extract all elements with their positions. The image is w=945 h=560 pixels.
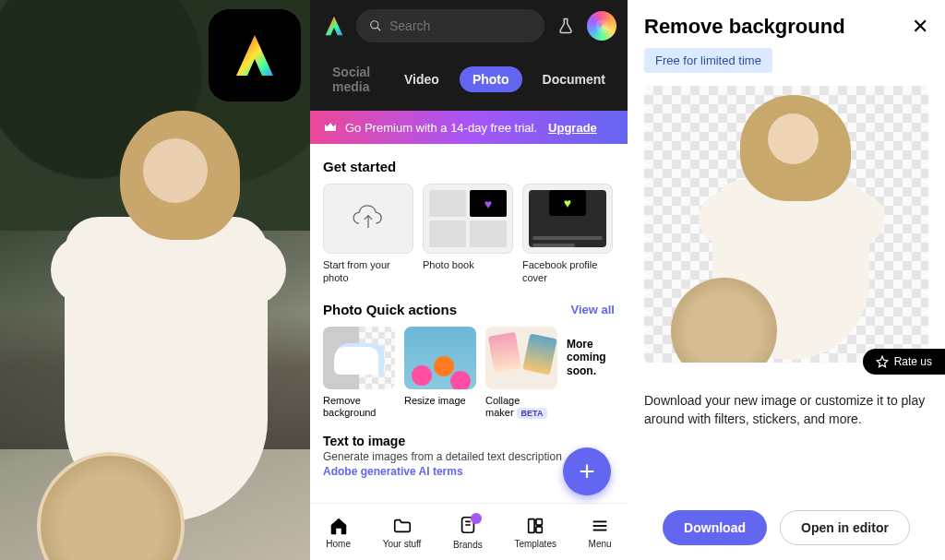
templates-icon	[525, 516, 545, 536]
nav-label: Templates	[514, 539, 556, 549]
card-photo-book[interactable]: ♥ Photo book	[423, 184, 513, 285]
svg-rect-4	[529, 518, 534, 532]
crown-icon	[323, 120, 338, 135]
close-icon: ✕	[912, 15, 928, 38]
source-photo-panel	[0, 0, 310, 560]
rate-us-button[interactable]: Rate us	[863, 349, 945, 375]
view-all-link[interactable]: View all	[571, 303, 615, 316]
page-title: Remove background	[644, 15, 845, 39]
svg-line-1	[377, 28, 381, 31]
search-icon	[369, 18, 382, 33]
tab-social-media[interactable]: Social media	[319, 59, 384, 100]
close-button[interactable]: ✕	[912, 15, 928, 39]
free-badge: Free for limited time	[644, 48, 772, 73]
remove-background-panel: Remove background ✕ Free for limited tim…	[628, 0, 945, 560]
download-button[interactable]: Download	[663, 510, 767, 545]
svg-point-0	[371, 21, 378, 29]
get-started-title: Get started	[323, 159, 615, 174]
qa-label: Resize image	[404, 395, 476, 407]
nav-home[interactable]: Home	[326, 516, 351, 549]
nav-templates[interactable]: Templates	[514, 516, 556, 549]
app-icon	[209, 9, 301, 101]
result-preview	[644, 86, 928, 363]
person-figure	[55, 111, 268, 535]
nav-menu[interactable]: Menu	[589, 516, 612, 549]
rate-label: Rate us	[894, 355, 932, 368]
category-tabs: Social media Video Photo Document	[310, 52, 628, 111]
qa-collage-maker[interactable]: Collage makerBETA	[485, 327, 557, 419]
premium-text: Go Premium with a 14-day free trial.	[345, 121, 537, 135]
menu-icon	[590, 516, 610, 536]
card-label: Start from your photo	[323, 259, 413, 285]
search-field[interactable]	[356, 9, 544, 42]
labs-icon[interactable]	[554, 14, 578, 38]
folder-icon	[392, 516, 413, 536]
app-home-panel: Social media Video Photo Document Go Pre…	[310, 0, 628, 560]
svg-point-2	[595, 19, 608, 32]
search-input[interactable]	[389, 18, 532, 33]
card-facebook-cover[interactable]: ♥ Facebook profile cover	[522, 184, 613, 285]
qa-resize-image[interactable]: Resize image	[404, 327, 476, 419]
thumbnail	[323, 327, 395, 389]
open-in-editor-button[interactable]: Open in editor	[780, 510, 910, 545]
nav-label: Brands	[453, 540, 483, 550]
bottom-nav: Home Your stuff Brands Templates Menu	[310, 503, 628, 560]
card-start-from-photo[interactable]: Start from your photo	[323, 184, 413, 285]
card-label: Facebook profile cover	[522, 259, 613, 285]
qa-label: Remove background	[323, 395, 395, 419]
home-icon	[329, 516, 349, 536]
premium-banner[interactable]: Go Premium with a 14-day free trial. Upg…	[310, 111, 628, 144]
thumbnail	[485, 327, 557, 389]
quick-actions-title: Photo Quick actions	[323, 302, 457, 317]
qa-remove-background[interactable]: Remove background	[323, 327, 395, 419]
thumbnail	[404, 327, 476, 389]
brands-icon	[458, 515, 478, 535]
svg-rect-6	[536, 526, 542, 531]
star-icon	[876, 355, 889, 368]
qa-more-coming: More coming soon.	[567, 327, 615, 389]
nav-label: Your stuff	[383, 539, 422, 549]
plus-icon: +	[579, 456, 595, 487]
upgrade-link[interactable]: Upgrade	[548, 121, 597, 135]
nav-brands[interactable]: Brands	[453, 515, 483, 550]
create-fab[interactable]: +	[563, 447, 611, 495]
adobe-express-logo-icon	[321, 13, 347, 39]
cutout-figure	[694, 95, 879, 363]
t2i-title: Text to image	[323, 434, 615, 448]
heart-icon: ♥	[549, 190, 586, 216]
qa-label: Collage makerBETA	[485, 395, 557, 419]
upload-photo-icon	[350, 200, 387, 237]
nav-label: Menu	[589, 539, 612, 549]
svg-rect-5	[536, 518, 542, 524]
beta-badge: BETA	[517, 408, 548, 419]
tab-photo[interactable]: Photo	[460, 66, 522, 92]
result-description: Download your new image or customize it …	[644, 392, 928, 428]
profile-avatar[interactable]	[587, 11, 616, 41]
nav-label: Home	[326, 539, 351, 549]
top-bar	[310, 0, 628, 52]
tab-document[interactable]: Document	[530, 66, 618, 92]
adobe-express-logo-icon	[227, 28, 282, 83]
palette-icon	[593, 18, 610, 34]
nav-your-stuff[interactable]: Your stuff	[383, 516, 422, 549]
card-label: Photo book	[423, 259, 513, 272]
heart-icon: ♥	[470, 190, 507, 217]
tab-video[interactable]: Video	[391, 66, 452, 92]
